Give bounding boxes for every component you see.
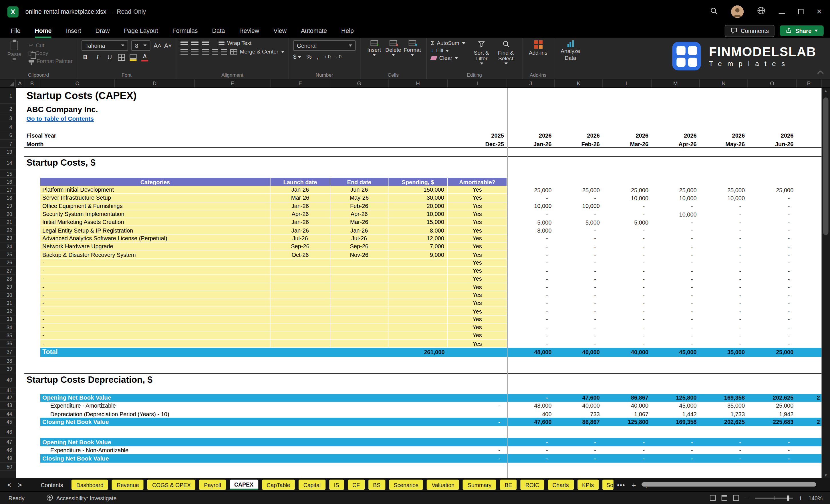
percent-format-button[interactable]: % xyxy=(307,54,312,60)
month-value-cell[interactable]: - xyxy=(507,251,555,259)
month-value-cell[interactable]: - xyxy=(700,226,748,234)
sheet-tab-so[interactable]: So xyxy=(602,480,613,490)
month-value-cell[interactable]: - xyxy=(748,332,797,340)
depreciation-value-cell[interactable]: 225,683 xyxy=(748,418,797,427)
row-header-13[interactable]: 13 xyxy=(0,148,16,156)
month-value-cell[interactable]: - xyxy=(603,251,651,259)
month-value-cell[interactable]: - xyxy=(507,259,555,266)
amortizable-cell[interactable]: Yes xyxy=(448,291,507,299)
month-value-cell[interactable]: - xyxy=(555,340,603,348)
month-value-cell[interactable]: - xyxy=(651,315,700,323)
month-value-cell[interactable]: - xyxy=(700,299,748,307)
month-value-cell[interactable]: - xyxy=(555,226,603,234)
month-value-cell[interactable]: - xyxy=(507,210,555,218)
depreciation-value-cell[interactable]: - xyxy=(651,446,700,454)
depreciation-value-cell[interactable]: 47,600 xyxy=(507,418,555,427)
month-value-cell[interactable]: - xyxy=(555,315,603,323)
avatar[interactable] xyxy=(731,5,743,18)
depreciation-value-cell[interactable]: - xyxy=(448,446,507,454)
globe-icon[interactable] xyxy=(757,6,765,17)
month-value-cell[interactable]: - xyxy=(507,283,555,291)
sheet-tab-kpis[interactable]: KPIs xyxy=(577,480,598,490)
spending-cell[interactable] xyxy=(388,332,448,340)
row-header-1[interactable]: 1 xyxy=(0,88,16,104)
row-header-32[interactable]: 32 xyxy=(0,307,16,315)
month-value-cell[interactable]: - xyxy=(603,323,651,332)
depreciation-value-cell[interactable]: - xyxy=(448,418,507,427)
row-header-19[interactable]: 19 xyxy=(0,202,16,210)
depreciation-value-cell[interactable]: - xyxy=(700,438,748,446)
category-cell[interactable]: Office Equipment & Furnishings xyxy=(40,202,270,210)
number-format-combo[interactable]: General xyxy=(293,40,355,51)
month-value-cell[interactable]: - xyxy=(651,234,700,242)
month-value-cell[interactable]: - xyxy=(748,243,797,251)
merge-center-button[interactable]: Merge & Center xyxy=(230,49,284,54)
spending-cell[interactable]: 12,000 xyxy=(388,234,448,242)
amortizable-cell[interactable]: Yes xyxy=(448,202,507,210)
sheet-tab-dashboard[interactable]: Dashboard xyxy=(71,480,108,490)
month-value-cell[interactable]: - xyxy=(748,283,797,291)
month-value-cell[interactable]: - xyxy=(507,267,555,275)
month-value-cell[interactable]: - xyxy=(700,251,748,259)
month-value-cell[interactable]: - xyxy=(603,243,651,251)
launch-date-cell[interactable]: Sep-26 xyxy=(270,243,330,251)
depreciation-value-cell[interactable]: - xyxy=(748,446,797,454)
month-value-cell[interactable]: - xyxy=(651,323,700,332)
end-date-cell[interactable] xyxy=(330,299,389,307)
end-date-cell[interactable] xyxy=(330,259,389,266)
zoom-level[interactable]: 140% xyxy=(808,495,823,501)
month-value-cell[interactable]: - xyxy=(507,340,555,348)
end-date-cell[interactable]: May-26 xyxy=(330,194,389,202)
month-value-cell[interactable]: - xyxy=(748,299,797,307)
row-header-41[interactable]: 41 xyxy=(0,387,16,393)
category-cell[interactable]: - xyxy=(40,259,270,266)
amortizable-cell[interactable]: Yes xyxy=(448,267,507,275)
month-value-cell[interactable]: - xyxy=(748,194,797,202)
month-value-cell[interactable]: 10,000 xyxy=(651,194,700,202)
depreciation-value-cell[interactable]: - xyxy=(748,438,797,446)
month-value-cell[interactable]: - xyxy=(748,259,797,266)
end-date-cell[interactable] xyxy=(330,267,389,275)
month-value-cell[interactable]: - xyxy=(555,210,603,218)
month-value-cell[interactable]: - xyxy=(651,340,700,348)
column-header-C[interactable]: C xyxy=(40,80,115,88)
launch-date-cell[interactable]: Oct-26 xyxy=(270,251,330,259)
month-value-cell[interactable]: - xyxy=(748,323,797,332)
depreciation-value-cell[interactable]: - xyxy=(448,454,507,463)
month-value-cell[interactable]: - xyxy=(651,291,700,299)
end-date-cell[interactable]: Apr-26 xyxy=(330,210,389,218)
total-month-value[interactable]: 35,000 xyxy=(700,348,748,357)
depreciation-value-cell[interactable]: 45,000 xyxy=(651,402,700,410)
end-date-cell[interactable] xyxy=(330,323,389,332)
month-value-cell[interactable]: - xyxy=(700,259,748,266)
total-month-value[interactable]: 40,000 xyxy=(555,348,603,357)
depreciation-value-cell[interactable]: - xyxy=(555,446,603,454)
menu-formulas[interactable]: Formulas xyxy=(172,23,198,38)
comma-format-button[interactable]: , xyxy=(317,54,319,60)
category-cell[interactable]: Security System Implementation xyxy=(40,210,270,218)
underline-button[interactable]: U xyxy=(106,54,113,60)
category-cell[interactable]: - xyxy=(40,340,270,348)
month-value-cell[interactable]: - xyxy=(651,202,700,210)
amortizable-cell[interactable]: Yes xyxy=(448,226,507,234)
format-cells-button[interactable]: ▾ Format xyxy=(403,40,422,71)
amortizable-cell[interactable]: Yes xyxy=(448,315,507,323)
row-header-34[interactable]: 34 xyxy=(0,323,16,332)
depreciation-value-cell[interactable]: - xyxy=(700,446,748,454)
vertical-scrollbar-thumb[interactable] xyxy=(823,98,829,235)
month-value-cell[interactable]: - xyxy=(651,251,700,259)
column-header-J[interactable]: J xyxy=(507,80,555,88)
amortizable-cell[interactable]: Yes xyxy=(448,234,507,242)
row-header-22[interactable]: 22 xyxy=(0,226,16,234)
category-cell[interactable]: Backup & Disaster Recovery System xyxy=(40,251,270,259)
menu-help[interactable]: Help xyxy=(341,23,354,38)
increase-indent-icon[interactable] xyxy=(221,49,227,54)
depreciation-value-cell[interactable]: 1,067 xyxy=(603,410,651,418)
month-value-cell[interactable]: - xyxy=(603,267,651,275)
row-header-45[interactable]: 45 xyxy=(0,418,16,427)
month-value-cell[interactable]: - xyxy=(507,291,555,299)
row-header-42[interactable]: 42 xyxy=(0,393,16,402)
column-header-L[interactable]: L xyxy=(603,80,651,88)
clipped-value-cell[interactable]: 2 xyxy=(797,418,822,427)
row-header-39[interactable]: 39 xyxy=(0,365,16,373)
